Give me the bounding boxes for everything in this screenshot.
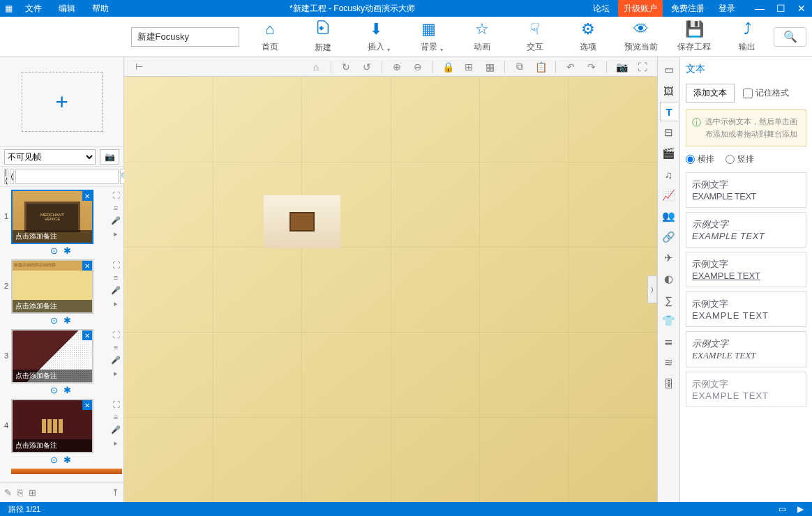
- toolbar-save[interactable]: 💾 保存工程: [668, 17, 721, 57]
- slide-caption[interactable]: 点击添加备注: [13, 439, 92, 452]
- toolbar-preview[interactable]: 👁 预览当前: [615, 17, 668, 57]
- redo-icon[interactable]: ↻: [337, 59, 355, 75]
- link-login[interactable]: 登录: [713, 0, 741, 17]
- remember-format-checkbox[interactable]: 记住格式: [743, 87, 789, 99]
- rail-text-icon[interactable]: T: [660, 102, 678, 121]
- more-icon[interactable]: ▸: [114, 369, 118, 378]
- menu-file[interactable]: 文件: [17, 0, 50, 17]
- link-forum[interactable]: 论坛: [587, 0, 615, 17]
- rail-formula-icon[interactable]: ∑: [660, 290, 678, 310]
- add-slide-button[interactable]: +: [22, 72, 103, 132]
- text-samples-list[interactable]: 示例文字EXAMPLE TEXT 示例文字EXAMPLE TEXT 示例文字EX…: [686, 172, 806, 496]
- mic-icon[interactable]: 🎤: [111, 356, 121, 365]
- slide-delete-icon[interactable]: ✕: [82, 191, 92, 201]
- lb-edit-icon[interactable]: ✎: [4, 487, 12, 498]
- slide-thumbnail[interactable]: 标题示例内容示例内容 ✕ 点击添加备注: [11, 259, 93, 314]
- rail-people-icon[interactable]: 👥: [660, 206, 678, 226]
- slide-play-icon[interactable]: ⊙: [50, 455, 58, 465]
- list-icon[interactable]: ≡: [114, 273, 118, 282]
- slide-settings-icon[interactable]: ✱: [63, 245, 71, 256]
- zoom-out-icon[interactable]: ⊖: [409, 59, 427, 75]
- slide-settings-icon[interactable]: ✱: [63, 385, 71, 395]
- toolbar-insert[interactable]: ⬇ 插入▾: [349, 17, 403, 57]
- slide-item[interactable]: 4 ✕ 点击添加备注 ⊙ ✱ ⛶ ≡ 🎤 ▸: [1, 399, 122, 466]
- slide-list[interactable]: 1 MERCHANTVENICE ✕ 点击添加备注 ⊙ ✱ ⛶ ≡ 🎤: [0, 187, 123, 483]
- text-sample[interactable]: 示例文字EXAMPLE TEXT: [686, 331, 806, 367]
- list-icon[interactable]: ≡: [114, 204, 118, 212]
- ruler-toggle[interactable]: ⊢: [130, 59, 148, 75]
- canvas-content[interactable]: [264, 195, 340, 248]
- slide-search-input[interactable]: [15, 169, 119, 184]
- slide-delete-icon[interactable]: ✕: [82, 400, 92, 410]
- slide-item[interactable]: 3 ✕ 点击添加备注 ⊙ ✱ ⛶ ≡ 🎤 ▸: [1, 329, 122, 396]
- expand-icon[interactable]: ⛶: [112, 331, 120, 339]
- fullscreen-icon[interactable]: ⛶: [633, 59, 652, 75]
- status-view-icon[interactable]: ▭: [779, 504, 786, 514]
- text-sample[interactable]: 示例文字EXAMPLE TEXT: [686, 172, 806, 208]
- mic-icon[interactable]: 🎤: [111, 216, 121, 225]
- maximize-button[interactable]: ☐: [770, 0, 791, 17]
- text-sample[interactable]: 示例文字EXAMPLE TEXT: [686, 252, 806, 287]
- rail-chart-icon[interactable]: 📈: [660, 185, 678, 205]
- mic-icon[interactable]: 🎤: [111, 425, 121, 434]
- slide-caption[interactable]: 点击添加备注: [13, 230, 92, 243]
- more-icon[interactable]: ▸: [114, 229, 118, 238]
- expand-icon[interactable]: ⛶: [112, 261, 120, 269]
- camera-icon[interactable]: 📷: [612, 59, 631, 75]
- rail-circle-icon[interactable]: ◐: [660, 269, 678, 289]
- expand-icon[interactable]: ⛶: [112, 400, 120, 409]
- radio-horizontal[interactable]: 横排: [686, 153, 714, 165]
- rail-video-icon[interactable]: ⊟: [660, 123, 678, 142]
- visibility-select[interactable]: 不可见帧: [4, 149, 96, 165]
- project-name-input[interactable]: [131, 27, 239, 47]
- toolbar-animation[interactable]: ☆ 动画: [456, 17, 509, 57]
- toolbar-search[interactable]: 🔍: [774, 27, 806, 47]
- canvas[interactable]: ⟩: [124, 77, 657, 502]
- grid-icon[interactable]: ⊞: [460, 59, 478, 75]
- copy-icon[interactable]: ⧉: [511, 59, 529, 75]
- lb-grid-icon[interactable]: ⊞: [29, 487, 36, 498]
- rail-layers-icon[interactable]: ≋: [660, 353, 678, 372]
- radio-vertical[interactable]: 竖排: [725, 153, 754, 165]
- snap-icon[interactable]: ▦: [481, 59, 499, 75]
- minimize-button[interactable]: —: [749, 0, 770, 17]
- more-icon[interactable]: ▸: [114, 299, 118, 308]
- toolbar-home[interactable]: ⌂ 首页: [243, 17, 296, 57]
- rail-link-icon[interactable]: 🔗: [660, 227, 678, 247]
- slide-thumbnail[interactable]: ✕ 点击添加备注: [11, 399, 93, 453]
- menu-edit[interactable]: 编辑: [50, 0, 84, 17]
- lb-up-icon[interactable]: ⤒: [112, 487, 119, 498]
- toolbar-options[interactable]: ⚙ 选项: [562, 17, 615, 57]
- rail-db-icon[interactable]: 🗄: [660, 374, 678, 393]
- text-sample[interactable]: 示例文字EXAMPLE TEXT: [686, 372, 806, 407]
- text-sample[interactable]: 示例文字EXAMPLE TEXT: [686, 212, 806, 248]
- text-sample[interactable]: 示例文字EXAMPLE TEXT: [686, 291, 806, 327]
- toolbar-new[interactable]: 新建: [296, 17, 349, 57]
- slide-delete-icon[interactable]: ✕: [82, 261, 92, 271]
- undo-icon[interactable]: ↺: [358, 59, 376, 75]
- lock-icon[interactable]: 🔒: [439, 59, 457, 75]
- slide-item[interactable]: 2 标题示例内容示例内容 ✕ 点击添加备注 ⊙ ✱ ⛶ ≡ 🎤: [1, 259, 122, 326]
- list-icon[interactable]: ≡: [114, 343, 118, 351]
- more-icon[interactable]: ▸: [114, 439, 118, 448]
- rail-movie-icon[interactable]: 🎬: [660, 144, 678, 163]
- slide-play-icon[interactable]: ⊙: [50, 385, 58, 395]
- mic-icon[interactable]: 🎤: [111, 286, 121, 295]
- slide-item[interactable]: 1 MERCHANTVENICE ✕ 点击添加备注 ⊙ ✱ ⛶ ≡ 🎤: [1, 190, 122, 257]
- rail-frame-icon[interactable]: ▭: [660, 60, 678, 79]
- lb-copy-icon[interactable]: ⎘: [17, 487, 23, 498]
- rail-music-icon[interactable]: ♫: [660, 165, 678, 184]
- slide-settings-icon[interactable]: ✱: [63, 455, 71, 465]
- slide-play-icon[interactable]: ⊙: [50, 315, 58, 326]
- slide-settings-icon[interactable]: ✱: [63, 315, 71, 326]
- toolbar-output[interactable]: ⤴ 输出: [721, 17, 774, 57]
- rail-plane-icon[interactable]: ✈: [660, 248, 678, 268]
- zoom-in-icon[interactable]: ⊕: [388, 59, 406, 75]
- slide-caption[interactable]: 点击添加备注: [13, 370, 92, 382]
- toolbar-background[interactable]: ▦ 背景▾: [403, 17, 456, 57]
- rail-shirt-icon[interactable]: 👕: [660, 311, 678, 331]
- slide-play-icon[interactable]: ⊙: [50, 245, 58, 256]
- redo2-icon[interactable]: ↷: [582, 59, 601, 75]
- undo2-icon[interactable]: ↶: [562, 59, 580, 75]
- close-button[interactable]: ✕: [791, 0, 812, 17]
